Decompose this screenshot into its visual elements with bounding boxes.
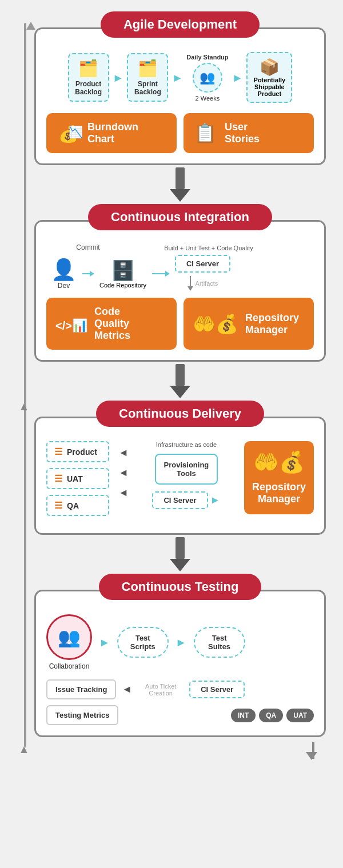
agile-flow-row: 🗂️ Product Backlog ► 🗂️ Sprint Backlog ► [46, 52, 314, 103]
ct-row-1: Issue Tracking ◄ Auto Ticket Creation CI… [46, 679, 314, 699]
code-quality-card: </>📊 Code Quality Metrics [46, 298, 177, 350]
product-env-label: Product [67, 447, 97, 457]
uat-env-label: UAT [67, 474, 83, 483]
ci-flow-row: 👤 Dev 🗄️ Code Repository [51, 255, 309, 292]
ci-arrow-2 [152, 273, 169, 274]
ct-top-area: 👥 Collaboration ► Test Scripts ► Test Su… [46, 614, 314, 670]
ci-arrow-1 [82, 273, 94, 274]
agile-section: Agile Development 🗂️ Product Backlog ► 🗂… [34, 11, 326, 165]
repo-label: Code Repository [99, 282, 146, 289]
artifacts-arrow [188, 276, 193, 291]
agile-header: Agile Development [101, 11, 260, 38]
collab-area: 👥 Collaboration [46, 614, 92, 670]
folder-icon-product: 🗂️ [78, 59, 98, 78]
dev-icon: 👤 [51, 258, 77, 282]
build-label: Build + Unit Test + Code Quality [108, 245, 309, 251]
user-stories-card: 📋 User Stories [184, 113, 314, 153]
dev-label: Dev [58, 282, 70, 290]
ci-header: Continuous Integration [88, 204, 272, 230]
repo-manager-icon-cd: 🤲💰 [253, 450, 305, 474]
prov-tools-box: Provisioning Tools [155, 454, 218, 485]
hamburger-icon-product: ☰ [54, 446, 62, 457]
repo-icon: 🗄️ [111, 259, 135, 282]
left-arrow-product: ◄ [118, 447, 129, 459]
hamburger-icon-qa: ☰ [54, 500, 62, 511]
ct-ci-server-box: CI Server [189, 681, 245, 698]
burndown-card: 💰 📉 Burndown Chart [46, 113, 177, 153]
ct-row-2: Testing Metrics INT QA UAT [46, 705, 314, 725]
ci-server-box: CI Server [175, 255, 230, 273]
code-quality-label: Code Quality Metrics [94, 306, 130, 342]
ct-header: Continuous Testing [99, 574, 262, 600]
shippable-line1: Potentially [254, 77, 286, 83]
ci-server-area: CI Server Artifacts [175, 255, 230, 292]
qa-env-label: QA [67, 501, 79, 510]
ct-box: 👥 Collaboration ► Test Scripts ► Test Su… [34, 590, 326, 737]
issue-tracking-box: Issue Tracking [46, 679, 116, 699]
repo-area: 🗄️ Code Repository [99, 259, 146, 289]
uat-pill: UAT [286, 709, 314, 722]
arrow-agile-to-ci [34, 167, 326, 202]
collab-label: Collaboration [49, 662, 90, 670]
folder-icon-sprint: 🗂️ [138, 59, 158, 78]
shippable-icon: 📦 [260, 58, 280, 77]
flow-arrow-3: ► [232, 72, 244, 83]
product-backlog-box: 🗂️ Product Backlog [68, 53, 109, 102]
qa-pill: QA [259, 709, 283, 722]
shippable-line3: Product [258, 90, 282, 97]
burndown-icon: 💰 📉 [55, 123, 81, 144]
cd-top-area: ☰ Product ☰ UAT ☰ QA [46, 441, 314, 516]
daily-standup-label: Daily Standup [186, 54, 228, 61]
ci-box: Commit Build + Unit Test + Code Quality … [34, 220, 326, 362]
repo-manager-label-ci: Repository Manager [245, 312, 299, 336]
artifacts-row: Artifacts [188, 275, 218, 292]
agile-title: Agile Development [123, 17, 237, 31]
bottom-feedback-area [34, 742, 326, 759]
auto-ticket-label: Auto Ticket Creation [138, 683, 184, 697]
ct-title: Continuous Testing [122, 579, 239, 594]
ci-bottom-cards: </>📊 Code Quality Metrics 🤲💰 Repository … [46, 298, 314, 350]
user-stories-icon: 📋 [193, 122, 218, 144]
sprint-backlog-box: 🗂️ Sprint Backlog [127, 53, 168, 102]
left-arrow-qa: ◄ [118, 487, 129, 499]
collab-icon: 👥 [46, 614, 92, 660]
cd-center-area: Infrastructure as code Provisioning Tool… [138, 441, 235, 509]
standup-icon: 👥 [193, 63, 222, 93]
sprint-backlog-line1: Sprint [138, 80, 158, 88]
test-scripts-oval: Test Scripts [117, 627, 169, 658]
arrow-cd-to-ct [34, 537, 326, 571]
ct-section: Continuous Testing 👥 Collaboration ► Tes… [34, 574, 326, 737]
dev-area: 👤 Dev [51, 258, 77, 290]
ct-left-arrow: ◄ [122, 683, 132, 695]
left-arrow-uat: ◄ [118, 467, 129, 479]
code-quality-icon: </>📊 [55, 313, 87, 334]
cd-header: Continuous Delivery [96, 401, 264, 427]
uat-env-box: ☰ UAT [46, 468, 109, 489]
two-weeks-label: 2 Weeks [196, 95, 220, 102]
sprint-backlog-line2: Backlog [134, 88, 161, 96]
burndown-label: Burndown Chart [87, 121, 138, 145]
test-suites-oval: Test Suites [194, 627, 245, 658]
ci-top-area: Commit Build + Unit Test + Code Quality … [46, 243, 314, 292]
qa-env-box: ☰ QA [46, 495, 109, 516]
ct-arrow-1: ► [99, 636, 110, 649]
agile-bottom-cards: 💰 📉 Burndown Chart 📋 User Stories [46, 113, 314, 153]
cd-ci-row: CI Server ► [152, 491, 220, 509]
cd-section: Continuous Delivery ☰ Product ☰ UAT [34, 401, 326, 535]
hamburger-icon-uat: ☰ [54, 473, 62, 484]
bottom-arrow-head [306, 752, 317, 760]
ct-bottom-area: Issue Tracking ◄ Auto Ticket Creation CI… [46, 679, 314, 725]
artifacts-label: Artifacts [196, 280, 218, 287]
cd-ci-server-box: CI Server [152, 491, 208, 509]
cd-box: ☰ Product ☰ UAT ☰ QA [34, 417, 326, 535]
ct-arrow-2: ► [176, 636, 187, 649]
repo-manager-card-ci: 🤲💰 Repository Manager [184, 298, 314, 350]
user-stories-label: User Stories [225, 121, 260, 145]
cd-title: Continuous Delivery [119, 406, 241, 421]
env-pills-row: INT QA UAT [124, 709, 314, 722]
repo-manager-label-cd: Repository Manager [252, 481, 306, 505]
standup-area: Daily Standup 👥 2 Weeks [186, 54, 228, 102]
shippable-line2: Shippable [254, 83, 285, 90]
int-pill: INT [231, 709, 256, 722]
flow-arrow-1: ► [113, 72, 124, 83]
